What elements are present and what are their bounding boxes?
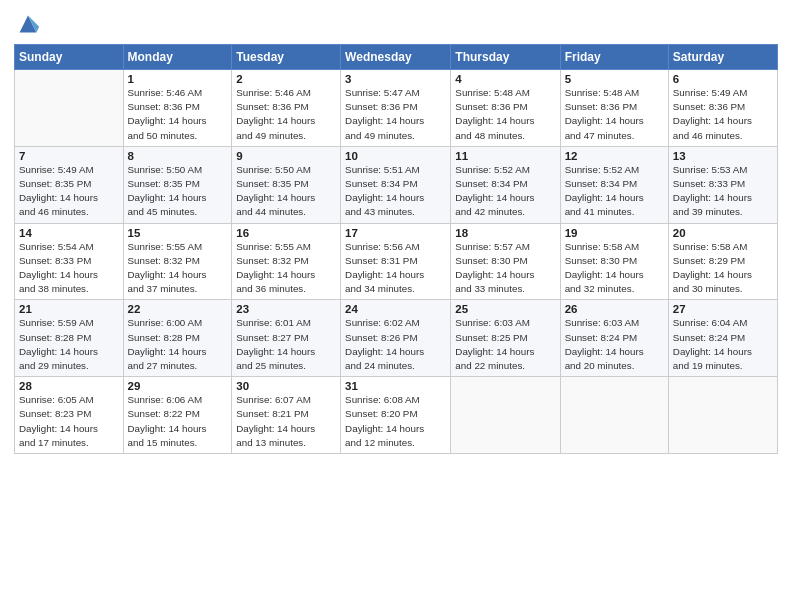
calendar-header-wednesday: Wednesday: [341, 45, 451, 70]
day-number: 20: [673, 227, 773, 239]
calendar-cell: 5Sunrise: 5:48 AM Sunset: 8:36 PM Daylig…: [560, 70, 668, 147]
calendar-header-thursday: Thursday: [451, 45, 560, 70]
day-number: 17: [345, 227, 446, 239]
day-number: 23: [236, 303, 336, 315]
day-number: 6: [673, 73, 773, 85]
day-number: 1: [128, 73, 228, 85]
day-number: 7: [19, 150, 119, 162]
day-info: Sunrise: 5:52 AM Sunset: 8:34 PM Dayligh…: [565, 163, 664, 220]
calendar-cell: 14Sunrise: 5:54 AM Sunset: 8:33 PM Dayli…: [15, 223, 124, 300]
calendar-cell: 19Sunrise: 5:58 AM Sunset: 8:30 PM Dayli…: [560, 223, 668, 300]
day-number: 16: [236, 227, 336, 239]
day-info: Sunrise: 5:50 AM Sunset: 8:35 PM Dayligh…: [128, 163, 228, 220]
day-number: 15: [128, 227, 228, 239]
day-number: 5: [565, 73, 664, 85]
calendar-cell: 20Sunrise: 5:58 AM Sunset: 8:29 PM Dayli…: [668, 223, 777, 300]
calendar-cell: 6Sunrise: 5:49 AM Sunset: 8:36 PM Daylig…: [668, 70, 777, 147]
calendar-cell: 10Sunrise: 5:51 AM Sunset: 8:34 PM Dayli…: [341, 146, 451, 223]
calendar-cell: 30Sunrise: 6:07 AM Sunset: 8:21 PM Dayli…: [232, 377, 341, 454]
calendar-cell: 4Sunrise: 5:48 AM Sunset: 8:36 PM Daylig…: [451, 70, 560, 147]
day-info: Sunrise: 6:05 AM Sunset: 8:23 PM Dayligh…: [19, 393, 119, 450]
day-info: Sunrise: 5:50 AM Sunset: 8:35 PM Dayligh…: [236, 163, 336, 220]
day-info: Sunrise: 5:54 AM Sunset: 8:33 PM Dayligh…: [19, 240, 119, 297]
day-number: 10: [345, 150, 446, 162]
calendar-cell: 25Sunrise: 6:03 AM Sunset: 8:25 PM Dayli…: [451, 300, 560, 377]
calendar-cell: 2Sunrise: 5:46 AM Sunset: 8:36 PM Daylig…: [232, 70, 341, 147]
calendar-cell: [668, 377, 777, 454]
day-info: Sunrise: 5:51 AM Sunset: 8:34 PM Dayligh…: [345, 163, 446, 220]
day-info: Sunrise: 5:57 AM Sunset: 8:30 PM Dayligh…: [455, 240, 555, 297]
calendar-cell: 12Sunrise: 5:52 AM Sunset: 8:34 PM Dayli…: [560, 146, 668, 223]
day-info: Sunrise: 5:55 AM Sunset: 8:32 PM Dayligh…: [236, 240, 336, 297]
calendar-cell: 31Sunrise: 6:08 AM Sunset: 8:20 PM Dayli…: [341, 377, 451, 454]
calendar-header-saturday: Saturday: [668, 45, 777, 70]
day-number: 12: [565, 150, 664, 162]
logo-icon: [14, 10, 42, 38]
day-info: Sunrise: 5:46 AM Sunset: 8:36 PM Dayligh…: [236, 86, 336, 143]
calendar-header-monday: Monday: [123, 45, 232, 70]
day-number: 3: [345, 73, 446, 85]
day-number: 31: [345, 380, 446, 392]
calendar-cell: 13Sunrise: 5:53 AM Sunset: 8:33 PM Dayli…: [668, 146, 777, 223]
calendar-cell: 21Sunrise: 5:59 AM Sunset: 8:28 PM Dayli…: [15, 300, 124, 377]
calendar-cell: 28Sunrise: 6:05 AM Sunset: 8:23 PM Dayli…: [15, 377, 124, 454]
day-number: 9: [236, 150, 336, 162]
header: [14, 10, 778, 38]
day-info: Sunrise: 5:47 AM Sunset: 8:36 PM Dayligh…: [345, 86, 446, 143]
calendar-cell: 23Sunrise: 6:01 AM Sunset: 8:27 PM Dayli…: [232, 300, 341, 377]
day-info: Sunrise: 6:01 AM Sunset: 8:27 PM Dayligh…: [236, 316, 336, 373]
day-number: 11: [455, 150, 555, 162]
calendar-cell: 3Sunrise: 5:47 AM Sunset: 8:36 PM Daylig…: [341, 70, 451, 147]
day-number: 13: [673, 150, 773, 162]
calendar-cell: 15Sunrise: 5:55 AM Sunset: 8:32 PM Dayli…: [123, 223, 232, 300]
calendar-cell: 7Sunrise: 5:49 AM Sunset: 8:35 PM Daylig…: [15, 146, 124, 223]
calendar-cell: 22Sunrise: 6:00 AM Sunset: 8:28 PM Dayli…: [123, 300, 232, 377]
calendar-cell: 17Sunrise: 5:56 AM Sunset: 8:31 PM Dayli…: [341, 223, 451, 300]
day-info: Sunrise: 5:49 AM Sunset: 8:36 PM Dayligh…: [673, 86, 773, 143]
day-number: 2: [236, 73, 336, 85]
day-info: Sunrise: 6:07 AM Sunset: 8:21 PM Dayligh…: [236, 393, 336, 450]
day-number: 18: [455, 227, 555, 239]
day-info: Sunrise: 5:55 AM Sunset: 8:32 PM Dayligh…: [128, 240, 228, 297]
day-info: Sunrise: 5:59 AM Sunset: 8:28 PM Dayligh…: [19, 316, 119, 373]
day-info: Sunrise: 5:53 AM Sunset: 8:33 PM Dayligh…: [673, 163, 773, 220]
day-number: 28: [19, 380, 119, 392]
day-number: 8: [128, 150, 228, 162]
day-number: 26: [565, 303, 664, 315]
calendar-week-2: 7Sunrise: 5:49 AM Sunset: 8:35 PM Daylig…: [15, 146, 778, 223]
calendar-cell: 16Sunrise: 5:55 AM Sunset: 8:32 PM Dayli…: [232, 223, 341, 300]
day-info: Sunrise: 6:04 AM Sunset: 8:24 PM Dayligh…: [673, 316, 773, 373]
calendar-header-friday: Friday: [560, 45, 668, 70]
calendar-header-tuesday: Tuesday: [232, 45, 341, 70]
day-info: Sunrise: 6:03 AM Sunset: 8:24 PM Dayligh…: [565, 316, 664, 373]
calendar-cell: 9Sunrise: 5:50 AM Sunset: 8:35 PM Daylig…: [232, 146, 341, 223]
day-number: 4: [455, 73, 555, 85]
calendar-cell: 24Sunrise: 6:02 AM Sunset: 8:26 PM Dayli…: [341, 300, 451, 377]
calendar-cell: 27Sunrise: 6:04 AM Sunset: 8:24 PM Dayli…: [668, 300, 777, 377]
calendar-cell: 26Sunrise: 6:03 AM Sunset: 8:24 PM Dayli…: [560, 300, 668, 377]
day-number: 27: [673, 303, 773, 315]
day-info: Sunrise: 6:02 AM Sunset: 8:26 PM Dayligh…: [345, 316, 446, 373]
calendar-week-1: 1Sunrise: 5:46 AM Sunset: 8:36 PM Daylig…: [15, 70, 778, 147]
calendar-header-row: SundayMondayTuesdayWednesdayThursdayFrid…: [15, 45, 778, 70]
day-info: Sunrise: 6:00 AM Sunset: 8:28 PM Dayligh…: [128, 316, 228, 373]
calendar-header-sunday: Sunday: [15, 45, 124, 70]
day-info: Sunrise: 6:08 AM Sunset: 8:20 PM Dayligh…: [345, 393, 446, 450]
page: SundayMondayTuesdayWednesdayThursdayFrid…: [0, 0, 792, 612]
day-info: Sunrise: 5:49 AM Sunset: 8:35 PM Dayligh…: [19, 163, 119, 220]
calendar-week-5: 28Sunrise: 6:05 AM Sunset: 8:23 PM Dayli…: [15, 377, 778, 454]
day-number: 14: [19, 227, 119, 239]
calendar-cell: 8Sunrise: 5:50 AM Sunset: 8:35 PM Daylig…: [123, 146, 232, 223]
calendar-cell: 1Sunrise: 5:46 AM Sunset: 8:36 PM Daylig…: [123, 70, 232, 147]
calendar-week-4: 21Sunrise: 5:59 AM Sunset: 8:28 PM Dayli…: [15, 300, 778, 377]
calendar-cell: [560, 377, 668, 454]
calendar-table: SundayMondayTuesdayWednesdayThursdayFrid…: [14, 44, 778, 454]
logo: [14, 10, 44, 38]
day-number: 25: [455, 303, 555, 315]
calendar-cell: 29Sunrise: 6:06 AM Sunset: 8:22 PM Dayli…: [123, 377, 232, 454]
day-number: 24: [345, 303, 446, 315]
day-number: 21: [19, 303, 119, 315]
day-number: 29: [128, 380, 228, 392]
day-number: 19: [565, 227, 664, 239]
day-info: Sunrise: 5:48 AM Sunset: 8:36 PM Dayligh…: [565, 86, 664, 143]
